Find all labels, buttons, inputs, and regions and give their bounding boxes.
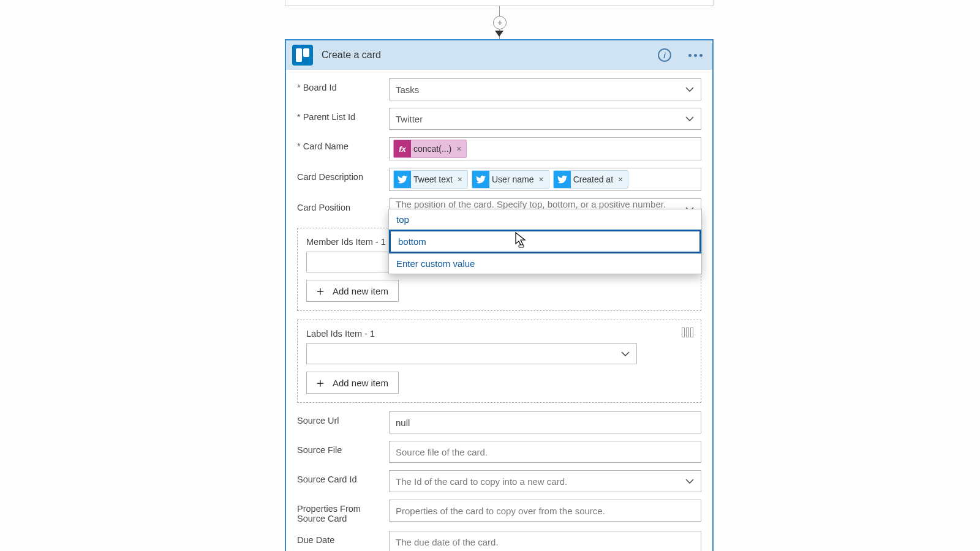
twitter-icon	[394, 170, 411, 189]
remove-token-icon[interactable]: ×	[455, 144, 466, 154]
source-file-placeholder: Source file of the card.	[396, 447, 488, 457]
parent-list-label: Parent List Id	[297, 108, 389, 122]
remove-token-icon[interactable]: ×	[537, 174, 548, 184]
arrow-down-icon	[495, 31, 503, 37]
card-description-label: Card Description	[297, 168, 389, 182]
card-position-label: Card Position	[297, 198, 389, 212]
dropdown-option-top[interactable]: top	[389, 209, 701, 230]
info-icon[interactable]: i	[658, 48, 671, 62]
due-date-input[interactable]: The due date of the card.	[389, 531, 701, 551]
due-date-placeholder: The due date of the card.	[396, 537, 499, 547]
remove-token-icon[interactable]: ×	[456, 174, 467, 184]
tweet-text-token[interactable]: Tweet text ×	[393, 170, 468, 189]
properties-label: Properties From Source Card	[297, 500, 389, 523]
switch-array-icon[interactable]	[680, 326, 695, 339]
card-name-label: Card Name	[297, 137, 389, 151]
step-header[interactable]: Create a card i	[286, 40, 712, 70]
source-file-label: Source File	[297, 441, 389, 455]
plus-icon: ＋	[314, 285, 326, 297]
fx-icon: fx	[394, 140, 411, 158]
properties-placeholder: Properties of the card to copy over from…	[396, 506, 605, 516]
insert-step-button[interactable]: +	[493, 16, 507, 29]
card-description-input[interactable]: Tweet text × User name × C	[389, 168, 701, 191]
add-item-label: Add new item	[333, 286, 388, 296]
token-label: Created at	[571, 174, 617, 184]
create-card-step: Create a card i Board Id Tasks Parent Li…	[285, 39, 714, 551]
properties-input[interactable]: Properties of the card to copy over from…	[389, 500, 701, 522]
token-label: concat(...)	[411, 144, 455, 154]
due-date-label: Due Date	[297, 531, 389, 545]
remove-token-icon[interactable]: ×	[617, 174, 628, 184]
trello-icon	[292, 45, 313, 66]
created-at-token[interactable]: Created at ×	[553, 170, 629, 189]
token-label: Tweet text	[411, 174, 456, 184]
label-ids-group: Label Ids Item - 1 ＋ Add new item	[297, 320, 701, 403]
board-id-label: Board Id	[297, 78, 389, 92]
parent-list-value: Twitter	[396, 114, 423, 124]
chevron-down-icon	[685, 476, 695, 486]
token-label: User name	[489, 174, 537, 184]
source-card-id-placeholder: The Id of the card to copy into a new ca…	[396, 476, 567, 487]
source-card-id-label: Source Card Id	[297, 470, 389, 484]
source-url-label: Source Url	[297, 411, 389, 425]
chevron-down-icon	[620, 349, 630, 359]
dropdown-option-custom[interactable]: Enter custom value	[389, 253, 701, 274]
board-id-value: Tasks	[396, 84, 419, 95]
add-label-item-button[interactable]: ＋ Add new item	[306, 372, 399, 394]
twitter-icon	[554, 170, 571, 189]
card-position-dropdown: top bottom Enter custom value	[388, 209, 702, 274]
add-member-item-button[interactable]: ＋ Add new item	[306, 280, 399, 302]
plus-icon: ＋	[314, 377, 326, 389]
label-ids-label: Label Ids Item - 1	[306, 329, 692, 339]
board-id-select[interactable]: Tasks	[389, 78, 701, 100]
card-name-input[interactable]: fx concat(...) ×	[389, 137, 701, 160]
twitter-icon	[472, 170, 489, 189]
chevron-down-icon	[685, 114, 695, 124]
chevron-down-icon	[685, 84, 695, 94]
user-name-token[interactable]: User name ×	[472, 170, 549, 189]
step-title: Create a card	[322, 50, 649, 61]
label-ids-select[interactable]	[306, 343, 637, 364]
add-item-label: Add new item	[333, 378, 388, 388]
parent-list-select[interactable]: Twitter	[389, 108, 701, 130]
expression-token[interactable]: fx concat(...) ×	[393, 140, 467, 158]
source-url-input[interactable]: null	[389, 411, 701, 433]
previous-step-card[interactable]	[285, 0, 714, 6]
source-url-value: null	[396, 418, 410, 428]
more-menu-icon[interactable]	[685, 51, 706, 59]
dropdown-option-bottom[interactable]: bottom	[389, 230, 701, 253]
step-body: Board Id Tasks Parent List Id Twitter	[286, 70, 712, 551]
source-file-input[interactable]: Source file of the card.	[389, 441, 701, 463]
source-card-id-select[interactable]: The Id of the card to copy into a new ca…	[389, 470, 701, 492]
